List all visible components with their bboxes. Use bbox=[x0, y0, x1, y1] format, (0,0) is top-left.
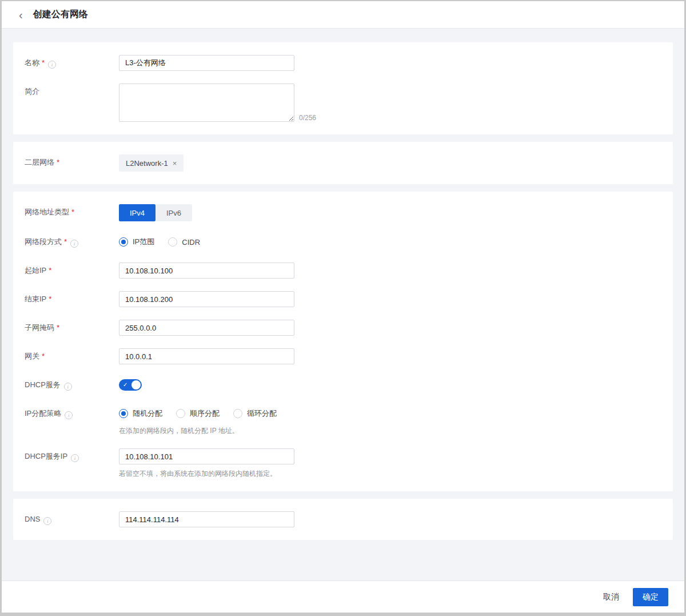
card-basic-info: 名称*i 简介 0/256 bbox=[13, 42, 673, 134]
radio-cidr[interactable]: CIDR bbox=[168, 237, 200, 247]
netmask-input[interactable] bbox=[119, 320, 294, 336]
close-icon[interactable]: × bbox=[173, 159, 177, 168]
field-row-dhcp-ip: DHCP服务IPi 若留空不填，将由系统在添加的网络段内随机指定。 bbox=[25, 448, 661, 479]
dhcp-label: DHCP服务i bbox=[25, 377, 119, 393]
alloc-strategy-radios: 随机分配 顺序分配 循环分配 bbox=[119, 406, 661, 422]
info-icon[interactable]: i bbox=[48, 61, 56, 69]
end-ip-label: 结束IP* bbox=[25, 291, 119, 307]
radio-selected-icon bbox=[119, 409, 128, 418]
required-mark: * bbox=[49, 295, 51, 303]
tab-ipv4[interactable]: IPv4 bbox=[119, 204, 155, 221]
field-row-alloc-strategy: IP分配策略i 随机分配 顺序分配 循 bbox=[25, 406, 661, 436]
info-icon[interactable]: i bbox=[43, 517, 51, 525]
back-button[interactable]: ‹ bbox=[19, 9, 23, 21]
alloc-strategy-label: IP分配策略i bbox=[25, 406, 119, 422]
radio-random-alloc[interactable]: 随机分配 bbox=[119, 408, 162, 419]
page-title: 创建公有网络 bbox=[33, 9, 88, 21]
netmask-label: 子网掩码* bbox=[25, 320, 119, 336]
dhcp-ip-input[interactable] bbox=[119, 448, 294, 464]
l2network-tag-label: L2Network-1 bbox=[126, 159, 168, 168]
required-mark: * bbox=[42, 58, 45, 67]
info-icon[interactable]: i bbox=[70, 240, 78, 248]
check-icon: ✓ bbox=[123, 381, 127, 389]
dns-label: DNSi bbox=[25, 511, 119, 527]
radio-selected-icon bbox=[119, 237, 128, 247]
field-row-netmask: 子网掩码* bbox=[25, 320, 661, 336]
segment-method-label: 网络段方式*i bbox=[25, 234, 119, 250]
field-row-segment-method: 网络段方式*i IP范围 CIDR bbox=[25, 234, 661, 250]
field-row-start-ip: 起始IP* bbox=[25, 263, 661, 279]
required-mark: * bbox=[42, 352, 45, 360]
alloc-strategy-helper: 在添加的网络段内，随机分配 IP 地址。 bbox=[119, 426, 661, 436]
gateway-input[interactable] bbox=[119, 348, 294, 364]
radio-unselected-icon bbox=[176, 409, 185, 418]
segment-method-radios: IP范围 CIDR bbox=[119, 234, 661, 250]
page-header: ‹ 创建公有网络 bbox=[2, 1, 684, 29]
required-mark: * bbox=[57, 323, 59, 332]
info-icon[interactable]: i bbox=[65, 411, 73, 419]
l2network-label: 二层网络* bbox=[25, 154, 119, 170]
dns-input[interactable] bbox=[119, 511, 294, 527]
info-icon[interactable]: i bbox=[64, 383, 72, 391]
field-row-gateway: 网关* bbox=[25, 348, 661, 364]
description-label: 简介 bbox=[25, 84, 119, 100]
required-mark: * bbox=[49, 266, 51, 275]
create-public-network-window: ‹ 创建公有网络 名称*i 简介 0/256 bbox=[2, 1, 684, 613]
dhcp-toggle[interactable]: ✓ bbox=[119, 379, 142, 391]
radio-sequential-alloc[interactable]: 顺序分配 bbox=[176, 408, 220, 419]
form-body: 名称*i 简介 0/256 二层网络* bbox=[2, 29, 684, 581]
card-dns: DNSi bbox=[13, 499, 673, 540]
radio-unselected-icon bbox=[168, 237, 177, 247]
action-footer: 取消 确定 bbox=[2, 581, 684, 613]
start-ip-input[interactable] bbox=[119, 263, 294, 279]
char-counter: 0/256 bbox=[299, 114, 316, 122]
toggle-knob bbox=[131, 380, 141, 390]
field-row-description: 简介 0/256 bbox=[25, 84, 661, 122]
confirm-button[interactable]: 确定 bbox=[633, 588, 668, 606]
ip-version-tabs: IPv4 IPv6 bbox=[119, 204, 192, 221]
required-mark: * bbox=[71, 208, 74, 216]
field-row-dns: DNSi bbox=[25, 511, 661, 527]
cancel-button[interactable]: 取消 bbox=[603, 592, 619, 602]
info-icon[interactable]: i bbox=[71, 454, 79, 462]
field-row-name: 名称*i bbox=[25, 55, 661, 71]
chevron-left-icon: ‹ bbox=[19, 9, 23, 21]
name-input[interactable] bbox=[119, 55, 294, 71]
field-row-end-ip: 结束IP* bbox=[25, 291, 661, 307]
start-ip-label: 起始IP* bbox=[25, 263, 119, 279]
tab-ipv6[interactable]: IPv6 bbox=[155, 204, 192, 221]
card-network-settings: 网络地址类型* IPv4 IPv6 网络段方式*i bbox=[13, 192, 673, 491]
description-textarea[interactable] bbox=[119, 84, 294, 122]
dhcp-ip-helper: 若留空不填，将由系统在添加的网络段内随机指定。 bbox=[119, 469, 661, 479]
required-mark: * bbox=[64, 237, 67, 246]
gateway-label: 网关* bbox=[25, 348, 119, 364]
required-mark: * bbox=[57, 158, 59, 166]
field-row-dhcp: DHCP服务i ✓ bbox=[25, 377, 661, 393]
radio-unselected-icon bbox=[233, 409, 242, 418]
l2network-tag[interactable]: L2Network-1 × bbox=[119, 154, 184, 172]
name-label: 名称*i bbox=[25, 55, 119, 71]
card-l2network: 二层网络* L2Network-1 × bbox=[13, 142, 673, 184]
field-row-l2network: 二层网络* L2Network-1 × bbox=[25, 154, 661, 172]
end-ip-input[interactable] bbox=[119, 291, 294, 307]
ip-version-label: 网络地址类型* bbox=[25, 204, 119, 220]
field-row-ip-version: 网络地址类型* IPv4 IPv6 bbox=[25, 204, 661, 221]
radio-ip-range[interactable]: IP范围 bbox=[119, 237, 154, 247]
radio-roundrobin-alloc[interactable]: 循环分配 bbox=[233, 408, 277, 419]
dhcp-ip-label: DHCP服务IPi bbox=[25, 448, 119, 464]
